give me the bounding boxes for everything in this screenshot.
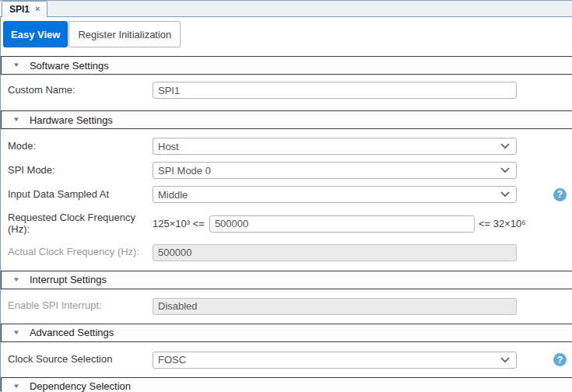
- requested-clock-max-text: <= 32×10⁶: [479, 218, 526, 229]
- spi-mode-dropdown-value: SPI Mode 0: [153, 165, 500, 177]
- requested-clock-frequency-input[interactable]: [209, 215, 475, 233]
- section-title: Dependency Selection: [30, 380, 131, 392]
- collapse-triangle-icon[interactable]: ▼: [12, 62, 20, 68]
- tab-register-initialization-label: Register Initialization: [78, 29, 171, 40]
- tab-easy-view[interactable]: Easy View: [3, 21, 68, 47]
- row-spi-mode: SPI Mode: SPI Mode 0: [1, 162, 572, 179]
- tab-register-initialization[interactable]: Register Initialization: [68, 21, 181, 47]
- custom-name-label: Custom Name:: [1, 85, 153, 96]
- clock-source-selection-dropdown-value: FOSC: [153, 354, 500, 366]
- chevron-down-icon: [500, 357, 510, 363]
- clock-source-selection-dropdown[interactable]: FOSC: [153, 352, 517, 369]
- collapse-triangle-icon[interactable]: ▼: [12, 277, 20, 283]
- actual-clock-frequency-input: [153, 244, 517, 261]
- section-title: Advanced Settings: [30, 327, 114, 338]
- requested-clock-frequency-label: Requested Clock Frequency (Hz):: [1, 212, 153, 236]
- enable-spi-interrupt-label: Enable SPI Interrupt:: [1, 300, 153, 312]
- actual-clock-frequency-label: Actual Clock Frequency (Hz):: [1, 247, 153, 258]
- editor-tab-title: SPI1: [9, 4, 30, 15]
- section-header-software-settings[interactable]: ▼ Software Settings: [1, 56, 572, 75]
- custom-name-input[interactable]: [153, 82, 517, 99]
- chevron-down-icon: [500, 191, 510, 198]
- mode-dropdown[interactable]: Host: [153, 138, 517, 155]
- help-icon[interactable]: ?: [553, 353, 567, 366]
- collapse-triangle-icon[interactable]: ▼: [12, 117, 20, 123]
- section-header-dependency-selection[interactable]: ▼ Dependency Selection: [1, 377, 572, 392]
- section-header-interrupt-settings[interactable]: ▼ Interrupt Settings: [1, 271, 572, 289]
- mode-label: Mode:: [1, 141, 153, 152]
- section-title: Software Settings: [30, 60, 109, 72]
- requested-clock-min-text: 125×10³ <=: [153, 218, 205, 229]
- row-mode: Mode: Host: [1, 138, 572, 155]
- input-data-sampled-at-label: Input Data Sampled At: [1, 189, 153, 201]
- section-title: Interrupt Settings: [30, 274, 107, 285]
- section-title: Hardware Settings: [30, 114, 113, 126]
- enable-spi-interrupt-input: [153, 298, 517, 315]
- section-header-advanced-settings[interactable]: ▼ Advanced Settings: [1, 324, 572, 342]
- input-data-sampled-at-dropdown-value: Middle: [153, 189, 500, 201]
- view-tab-strip: Easy View Register Initialization: [1, 17, 572, 47]
- collapse-triangle-icon[interactable]: ▼: [12, 383, 20, 390]
- editor-tab-bar: SPI1 ×: [0, 0, 572, 17]
- editor-tab-spi1[interactable]: SPI1 ×: [2, 1, 47, 17]
- section-header-hardware-settings[interactable]: ▼ Hardware Settings: [1, 110, 572, 129]
- mode-dropdown-value: Host: [153, 141, 500, 152]
- row-actual-clock-frequency: Actual Clock Frequency (Hz):: [1, 244, 572, 261]
- chevron-down-icon: [500, 143, 510, 149]
- row-enable-spi-interrupt: Enable SPI Interrupt:: [1, 298, 572, 315]
- row-requested-clock-frequency: Requested Clock Frequency (Hz): 125×10³ …: [1, 212, 572, 236]
- tab-easy-view-label: Easy View: [11, 29, 60, 40]
- content-area: Easy View Register Initialization ▼ Soft…: [0, 17, 572, 391]
- row-clock-source-selection: Clock Source Selection FOSC ?: [1, 352, 572, 369]
- input-data-sampled-at-dropdown[interactable]: Middle: [153, 186, 517, 203]
- spi-mode-label: SPI Mode:: [1, 165, 153, 177]
- row-custom-name: Custom Name:: [1, 82, 572, 99]
- row-input-data-sampled-at: Input Data Sampled At Middle ?: [1, 186, 572, 203]
- collapse-triangle-icon[interactable]: ▼: [12, 330, 20, 336]
- chevron-down-icon: [500, 167, 510, 173]
- close-icon[interactable]: ×: [35, 5, 40, 13]
- help-icon[interactable]: ?: [553, 188, 567, 201]
- spi-config-window: SPI1 × Easy View Register Initialization…: [0, 0, 572, 392]
- spi-mode-dropdown[interactable]: SPI Mode 0: [153, 162, 517, 179]
- clock-source-selection-label: Clock Source Selection: [1, 354, 153, 366]
